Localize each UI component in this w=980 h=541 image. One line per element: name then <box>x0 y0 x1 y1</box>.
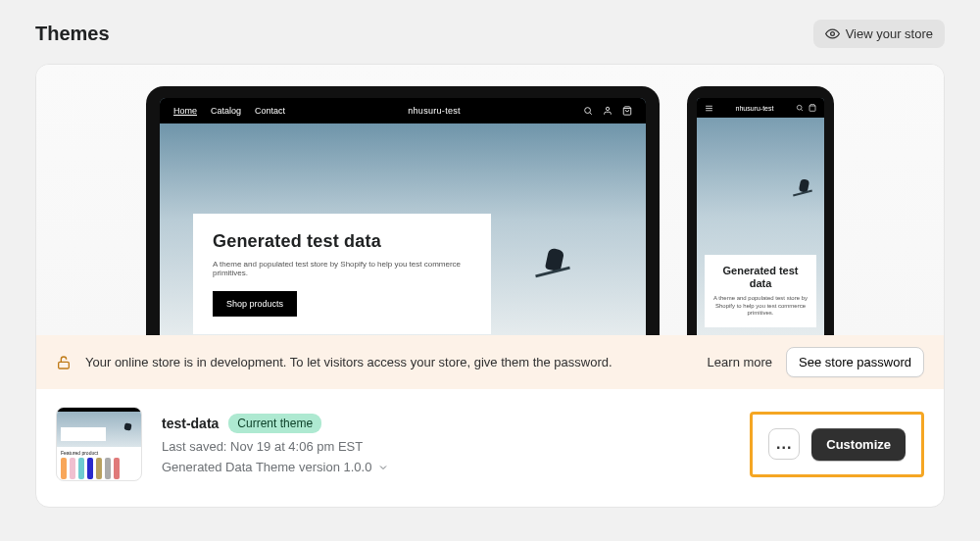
theme-last-saved: Last saved: Nov 19 at 4:06 pm EST <box>162 439 730 454</box>
development-banner: Your online store is in development. To … <box>36 335 944 389</box>
svg-rect-11 <box>59 362 70 369</box>
preview-brand: nhusuru-test <box>408 106 461 116</box>
svg-line-9 <box>802 110 803 111</box>
theme-info: test-data Current theme Last saved: Nov … <box>162 414 730 474</box>
svg-point-8 <box>797 105 802 110</box>
preview-hero-subtitle: A theme and populated test store by Shop… <box>213 260 471 277</box>
svg-line-2 <box>590 113 592 115</box>
view-store-label: View your store <box>846 26 933 41</box>
bag-icon <box>622 106 632 116</box>
preview-mobile-hero-subtitle: A theme and populated test store by Shop… <box>712 295 808 318</box>
desktop-preview-screen: Home Catalog Contact nhusuru-test Genera… <box>160 98 646 335</box>
preview-mobile-brand: nhusuru-test <box>736 105 774 112</box>
theme-thumbnail: Featured product <box>56 407 142 481</box>
preview-mobile-topnav: nhusuru-test <box>697 98 824 118</box>
development-banner-text: Your online store is in development. To … <box>85 355 694 369</box>
preview-hero-title: Generated test data <box>213 231 471 252</box>
preview-hero-card: Generated test data A theme and populate… <box>193 214 491 334</box>
preview-nav-home: Home <box>173 106 197 116</box>
thumb-products <box>57 458 141 479</box>
preview-mobile-hero-card: Generated test data A theme and populate… <box>705 255 816 327</box>
current-theme-row: Featured product test-data Current theme… <box>36 389 944 507</box>
chevron-down-icon <box>377 462 389 473</box>
preview-mobile-hero-title: Generated test data <box>712 265 808 289</box>
theme-version-dropdown[interactable]: Generated Data Theme version 1.0.0 <box>162 460 730 474</box>
hamburger-icon <box>705 104 713 113</box>
learn-more-link[interactable]: Learn more <box>708 355 772 369</box>
theme-actions-highlight: ... Customize <box>750 412 924 477</box>
skier-illustration <box>795 178 812 196</box>
current-theme-badge: Current theme <box>228 414 321 433</box>
eye-icon <box>825 26 840 41</box>
preview-desktop-topnav: Home Catalog Contact nhusuru-test <box>160 98 646 123</box>
skier-illustration <box>538 245 571 278</box>
svg-point-3 <box>606 107 609 110</box>
search-icon <box>583 106 593 116</box>
svg-point-1 <box>585 108 591 114</box>
lock-icon <box>56 355 72 370</box>
search-icon <box>796 104 804 112</box>
mobile-preview-frame: nhusuru-test Generated test data A theme… <box>687 86 834 335</box>
bag-icon <box>808 104 816 112</box>
theme-preview-area: Home Catalog Contact nhusuru-test Genera… <box>36 65 944 335</box>
desktop-preview-frame: Home Catalog Contact nhusuru-test Genera… <box>146 86 660 335</box>
svg-point-0 <box>830 32 834 36</box>
customize-button[interactable]: Customize <box>811 428 906 461</box>
see-store-password-button[interactable]: See store password <box>786 347 924 377</box>
mobile-preview-screen: nhusuru-test Generated test data A theme… <box>697 98 824 335</box>
theme-name: test-data <box>162 416 219 431</box>
thumb-featured-label: Featured product <box>57 447 141 458</box>
theme-version-text: Generated Data Theme version 1.0.0 <box>162 460 371 474</box>
theme-card: Home Catalog Contact nhusuru-test Genera… <box>35 64 945 508</box>
preview-nav-catalog: Catalog <box>211 106 241 116</box>
preview-nav-contact: Contact <box>255 106 285 116</box>
page-title: Themes <box>35 23 110 45</box>
more-actions-button[interactable]: ... <box>768 428 800 460</box>
user-icon <box>603 106 612 116</box>
view-your-store-button[interactable]: View your store <box>813 20 945 48</box>
preview-shop-products-button: Shop products <box>213 291 297 317</box>
